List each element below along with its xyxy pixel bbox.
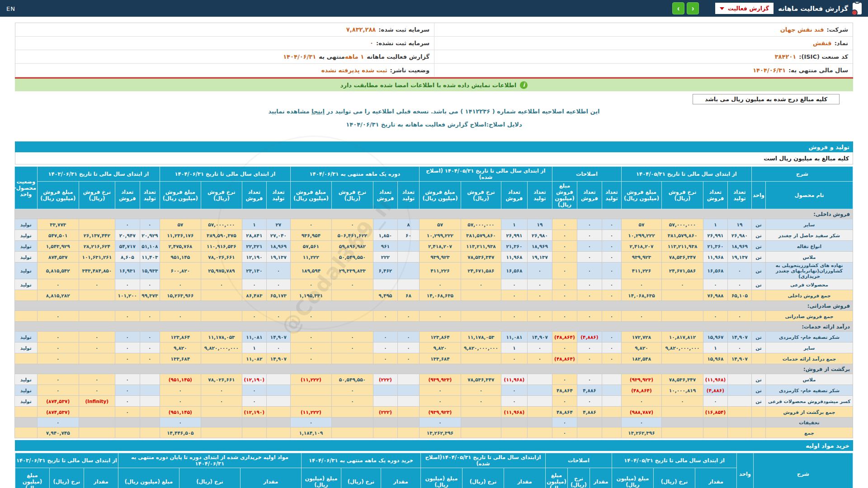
- column-header: از ابتدای سال مالی تا تاریخ ۱۴۰۴/۰۵/۳۱: [612, 453, 736, 468]
- value-cell: [373, 427, 397, 438]
- value-cell: ۹,۸۲۰,۰۰۰,۰۰۰: [201, 343, 242, 353]
- value-cell: [727, 396, 751, 407]
- value-cell: ۰: [501, 385, 527, 396]
- value-cell: (۴۸,۸۶۴): [552, 353, 577, 364]
- value-cell: ۰: [37, 374, 79, 385]
- section-row: برگشت از فروش:: [14, 364, 853, 374]
- value-cell: ۰: [373, 343, 397, 353]
- value-cell: ۰: [602, 343, 621, 353]
- value-cell: ۰: [160, 311, 201, 322]
- sales-unit-note: کلیه مبالغ به میلیون ریال است: [15, 152, 853, 164]
- value-cell: ۰: [703, 279, 727, 290]
- section-row: فروش صادراتی:: [14, 301, 853, 311]
- value-cell: ۹,۸۲۰: [621, 343, 661, 353]
- value-cell: (۱۱,۲۲۲): [290, 407, 331, 418]
- value-cell: ۰: [602, 219, 621, 230]
- column-header: مقدار: [504, 468, 545, 488]
- value-cell: ۰: [397, 332, 419, 343]
- value-cell: [397, 263, 419, 279]
- value-cell: ۰: [266, 279, 290, 290]
- value-cell: ۲۶,۹۹۱: [703, 230, 727, 241]
- value-cell: ۰: [419, 311, 461, 322]
- value-cell: ۱۱۰,۹۱۶,۵۳۶: [201, 241, 242, 252]
- info-icon: i: [520, 81, 528, 89]
- value-cell: ۰: [419, 385, 461, 396]
- column-header: مواد اولیه خریداری شده از ابتدای دوره تا…: [118, 453, 301, 468]
- language-link[interactable]: EN: [6, 5, 15, 12]
- value-cell: ۰: [331, 385, 373, 396]
- column-header: مقدار: [381, 468, 420, 488]
- value-cell: (۱۱,۹۶۸): [501, 374, 527, 385]
- value-cell: ۱,۱۸۴,۱۰۹: [290, 427, 331, 438]
- status-cell: تولید: [14, 385, 37, 396]
- value-cell: ۰: [552, 396, 577, 407]
- previous-version-link[interactable]: اینجا: [311, 108, 325, 115]
- value-cell: ۰: [331, 332, 373, 343]
- top-bar-left: EN: [6, 4, 15, 13]
- column-header: اصلاحات: [552, 167, 621, 182]
- status-cell: تولید: [14, 343, 37, 353]
- next-report-button[interactable]: ›: [672, 2, 684, 14]
- value-cell: ۱۱,۱۷۸,۰۵۳: [201, 332, 242, 343]
- value-cell: ۱۱,۰۸۱: [242, 332, 266, 343]
- value-cell: [331, 407, 373, 418]
- value-cell: ۰: [552, 290, 577, 301]
- value-cell: ۰: [552, 427, 577, 438]
- value-cell: ۰: [79, 374, 115, 385]
- company-info-row: سال مالی منتهی به: ۱۴۰۴/۰۶/۳۱ وضعیت ناشر…: [15, 64, 853, 77]
- product-name-cell: انواع تفاله: [766, 241, 853, 252]
- value-cell: ۰: [703, 311, 727, 322]
- section-row: فروش داخلی:: [14, 209, 853, 219]
- value-cell: ۰: [160, 279, 201, 290]
- column-header: تعداد فروش: [373, 182, 397, 209]
- value-cell: ۱۹: [727, 219, 751, 230]
- value-cell: ۲۹,۳۳۹,۸۳۳: [331, 263, 373, 279]
- value-cell: ۱۰,۲۹۹,۲۲۲: [621, 230, 661, 241]
- value-cell: ۰: [266, 263, 290, 279]
- value-cell: (۱۱,۲۲۲): [290, 374, 331, 385]
- value-cell: [661, 407, 703, 418]
- product-name-cell: شکر تصفیه خام- کارمزدی: [766, 385, 853, 396]
- value-cell: (۹۸۸,۷۸۷): [621, 407, 661, 418]
- value-cell: ۰: [552, 252, 577, 263]
- column-header: مبلغ (میلیون ریال): [612, 468, 653, 488]
- column-header: تعداد فروش: [577, 182, 602, 209]
- value-cell: ۱۳۳,۶۸۴: [419, 353, 461, 364]
- value-cell: [397, 407, 419, 418]
- status-cell: [14, 407, 37, 418]
- product-row: سایرتن۱۹۱۵۷,۰۰۰,۰۰۰۵۷۰۰۰۱۹۱۵۷,۰۰۰,۰۰۰۵۷۸…: [14, 219, 853, 230]
- value-cell: ۰: [79, 332, 115, 343]
- column-header: تعداد تولید: [397, 182, 419, 209]
- value-cell: ۳۴۳,۴۸۴,۸۵۰: [79, 263, 115, 279]
- value-cell: ۰: [602, 230, 621, 241]
- value-cell: [140, 374, 160, 385]
- value-cell: ۰: [577, 353, 602, 364]
- value-cell: ۰: [79, 279, 115, 290]
- value-cell: ۷۸,۵۳۶,۳۴۷: [661, 374, 703, 385]
- value-cell: [201, 407, 242, 418]
- value-cell: ۰: [461, 396, 501, 407]
- column-header: نرخ فروش (ریال): [79, 182, 115, 209]
- value-cell: [703, 418, 727, 427]
- prev-report-button[interactable]: ‹: [687, 2, 699, 14]
- unit-cell: تن: [751, 385, 765, 396]
- report-type-select[interactable]: گزارش فعالیت: [715, 3, 774, 14]
- status-cell: تولید: [14, 374, 37, 385]
- value-cell: ۶۵,۱۰۵: [727, 290, 751, 301]
- column-header: تعداد تولید: [602, 182, 621, 209]
- value-cell: ۱۹: [527, 219, 552, 230]
- value-cell: ۵۷,۵۶۱: [290, 241, 331, 252]
- value-cell: ۱۱,۹۶۸: [501, 252, 527, 263]
- product-name-cell: محصولات فرعی: [766, 279, 853, 290]
- value-cell: ۱۲۳,۸۶۴: [160, 332, 201, 343]
- value-cell: ۰: [501, 353, 527, 364]
- value-cell: [501, 418, 527, 427]
- value-cell: ۱: [501, 219, 527, 230]
- value-cell: [397, 241, 419, 252]
- value-cell: ۰: [621, 418, 661, 427]
- value-cell: ۱۱,۹۶۸: [703, 252, 727, 263]
- product-name-cell: سایر: [766, 343, 853, 353]
- value-cell: ۲۶,۱۳۷,۴۴۲: [79, 230, 115, 241]
- value-cell: ۰: [115, 407, 140, 418]
- raw-material-purchase-table: شرحواحداز ابتدای سال مالی تا تاریخ ۱۴۰۴/…: [15, 453, 853, 488]
